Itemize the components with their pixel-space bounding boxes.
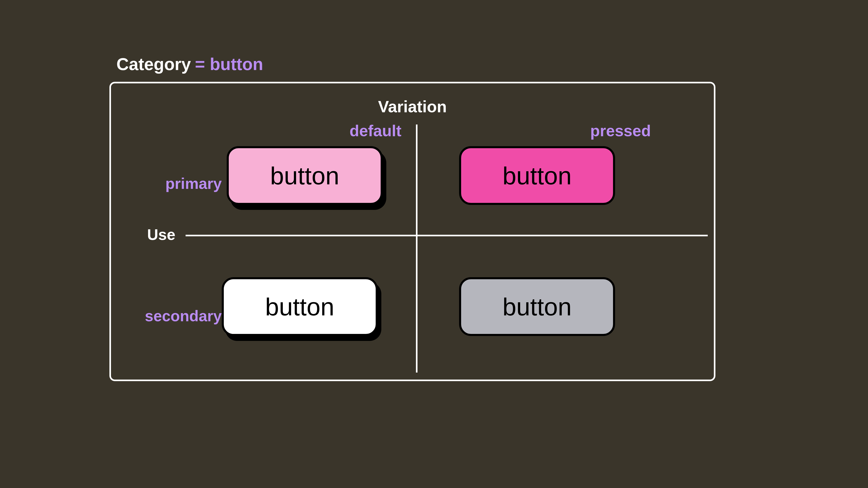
category-heading: Category = button xyxy=(116,54,263,74)
diagram-canvas: Category = button Variation default pres… xyxy=(0,0,868,488)
row-header-secondary: secondary xyxy=(131,307,222,325)
column-header-default: default xyxy=(346,122,405,140)
variation-matrix-box: Variation default pressed Use primary se… xyxy=(110,82,715,381)
button-secondary-default[interactable]: button xyxy=(222,277,378,336)
category-value: = button xyxy=(195,54,263,74)
column-header-pressed: pressed xyxy=(590,122,649,140)
button-label: button xyxy=(502,292,572,321)
button-secondary-pressed[interactable]: button xyxy=(459,277,615,336)
row-header-primary: primary xyxy=(131,175,222,192)
variation-axis-title: Variation xyxy=(111,97,714,116)
axis-divider-vertical xyxy=(416,125,417,372)
button-label: button xyxy=(270,161,339,190)
button-label: button xyxy=(265,292,334,321)
button-label: button xyxy=(502,161,572,190)
axis-divider-horizontal xyxy=(186,235,708,236)
button-primary-pressed[interactable]: button xyxy=(459,146,615,205)
use-axis-title: Use xyxy=(147,226,176,243)
category-label: Category xyxy=(116,54,191,74)
button-primary-default[interactable]: button xyxy=(227,146,383,205)
